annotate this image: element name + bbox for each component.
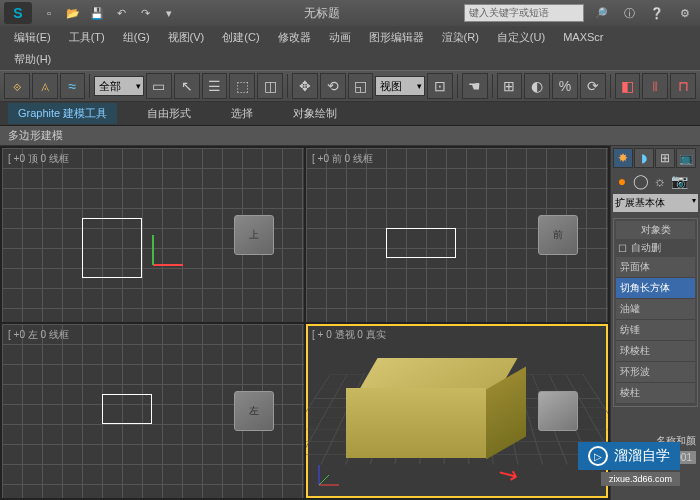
viewport-left[interactable]: [ +0 左 0 线框 左 — [2, 324, 304, 498]
ribbon-tab-object-paint[interactable]: 对象绘制 — [283, 103, 347, 124]
axis-tripod-icon — [314, 460, 344, 490]
percent-snap-icon[interactable]: % — [552, 73, 578, 99]
object-type-label: 对象类 — [616, 221, 695, 239]
menu-create[interactable]: 创建(C) — [214, 28, 267, 47]
viewcube-persp[interactable] — [538, 391, 578, 431]
obj-oiltank[interactable]: 油罐 — [616, 299, 695, 320]
autogrid-checkbox[interactable]: ☐自动删 — [616, 239, 695, 257]
lights-icon[interactable]: ☼ — [651, 172, 669, 190]
angle-snap-icon[interactable]: ◐ — [524, 73, 550, 99]
menu-group[interactable]: 组(G) — [115, 28, 158, 47]
geometry-icon[interactable]: ● — [613, 172, 631, 190]
viewport-front[interactable]: [ +0 前 0 线框 前 — [306, 148, 608, 322]
selection-box — [82, 218, 142, 278]
menu-maxscript[interactable]: MAXScr — [555, 29, 611, 45]
ribbon-tab-freeform[interactable]: 自由形式 — [137, 103, 201, 124]
create-tab-icon[interactable]: ✸ — [613, 148, 633, 168]
spinner-snap-icon[interactable]: ⟳ — [580, 73, 606, 99]
viewcube-top[interactable]: 上 — [234, 215, 274, 255]
snap-icon[interactable]: ⊞ — [497, 73, 523, 99]
undo-icon[interactable]: ↶ — [110, 3, 132, 23]
redo-icon[interactable]: ↷ — [134, 3, 156, 23]
obj-gengon[interactable]: 球棱柱 — [616, 341, 695, 362]
menu-edit[interactable]: 编辑(E) — [6, 28, 59, 47]
menu-view[interactable]: 视图(V) — [160, 28, 213, 47]
scale-icon[interactable]: ◱ — [348, 73, 374, 99]
align-icon[interactable]: ⫴ — [642, 73, 668, 99]
bind-icon[interactable]: ≈ — [60, 73, 86, 99]
play-icon: ▷ — [588, 446, 608, 466]
selection-filter-dropdown[interactable]: 全部 — [94, 76, 144, 96]
category-dropdown[interactable]: 扩展基本体 — [613, 194, 698, 212]
binoculars-icon[interactable]: 🔎 — [590, 3, 612, 23]
search-input[interactable]: 键入关键字或短语 — [464, 4, 584, 22]
selection-box — [102, 394, 152, 424]
unlink-icon[interactable]: ⟑ — [32, 73, 58, 99]
menu-animation[interactable]: 动画 — [321, 28, 359, 47]
ribbon-panel-title[interactable]: 多边形建模 — [0, 126, 700, 146]
rotate-icon[interactable]: ⟲ — [320, 73, 346, 99]
obj-prism[interactable]: 棱柱 — [616, 383, 695, 404]
modify-tab-icon[interactable]: ◗ — [634, 148, 654, 168]
magnet-icon[interactable]: ⊓ — [670, 73, 696, 99]
menu-customize[interactable]: 自定义(U) — [489, 28, 553, 47]
qat-dropdown-icon[interactable]: ▾ — [158, 3, 180, 23]
viewport-perspective[interactable]: [ + 0 透视 0 真实 ↘ — [306, 324, 608, 498]
select-rect-icon[interactable]: ⬚ — [229, 73, 255, 99]
help2-icon[interactable]: ❔ — [646, 3, 668, 23]
vp-label-left: [ +0 左 0 线框 — [8, 328, 69, 342]
menu-help[interactable]: 帮助(H) — [6, 50, 59, 69]
ref-coord-dropdown[interactable]: 视图 — [375, 76, 425, 96]
window-title: 无标题 — [186, 5, 458, 22]
obj-ringwave[interactable]: 环形波 — [616, 362, 695, 383]
cameras-icon[interactable]: 📷 — [670, 172, 688, 190]
ribbon-tab-graphite[interactable]: Graphite 建模工具 — [8, 103, 117, 124]
menu-tools[interactable]: 工具(T) — [61, 28, 113, 47]
new-icon[interactable]: ▫ — [38, 3, 60, 23]
help3-icon[interactable]: ⚙ — [674, 3, 696, 23]
link-icon[interactable]: ⟐ — [4, 73, 30, 99]
manipulate-icon[interactable]: ☚ — [462, 73, 488, 99]
vp-label-persp: [ + 0 透视 0 真实 — [312, 328, 386, 342]
viewcube-left[interactable]: 左 — [234, 391, 274, 431]
obj-spindle[interactable]: 纺锤 — [616, 320, 695, 341]
menu-modifiers[interactable]: 修改器 — [270, 28, 319, 47]
chamfer-box-object[interactable] — [336, 358, 516, 458]
help1-icon[interactable]: ⓘ — [618, 3, 640, 23]
save-icon[interactable]: 💾 — [86, 3, 108, 23]
obj-chamferbox[interactable]: 切角长方体 — [616, 278, 695, 299]
selection-box — [386, 228, 456, 258]
menu-rendering[interactable]: 渲染(R) — [434, 28, 487, 47]
watermark-logo: ▷ 溜溜自学 — [578, 442, 680, 470]
svg-line-4 — [319, 475, 329, 485]
pivot-icon[interactable]: ⊡ — [427, 73, 453, 99]
viewport-top[interactable]: [ +0 顶 0 线框 上 — [2, 148, 304, 322]
shapes-icon[interactable]: ◯ — [632, 172, 650, 190]
app-icon[interactable]: S — [4, 2, 32, 24]
open-icon[interactable]: 📂 — [62, 3, 84, 23]
move-icon[interactable]: ✥ — [292, 73, 318, 99]
vp-label-front: [ +0 前 0 线框 — [312, 152, 373, 166]
select-name-icon[interactable]: ☰ — [202, 73, 228, 99]
cursor-icon[interactable]: ↖ — [174, 73, 200, 99]
ribbon-tab-selection[interactable]: 选择 — [221, 103, 263, 124]
obj-hedra[interactable]: 异面体 — [616, 257, 695, 278]
select-window-icon[interactable]: ◫ — [257, 73, 283, 99]
watermark-url: zixue.3d66.com — [601, 472, 680, 486]
menu-graph-editors[interactable]: 图形编辑器 — [361, 28, 432, 47]
select-icon[interactable]: ▭ — [146, 73, 172, 99]
vp-label-top: [ +0 顶 0 线框 — [8, 152, 69, 166]
mirror-icon[interactable]: ◧ — [615, 73, 641, 99]
display-tab-icon[interactable]: 📺 — [676, 148, 696, 168]
hierarchy-tab-icon[interactable]: ⊞ — [655, 148, 675, 168]
viewcube-front[interactable]: 前 — [538, 215, 578, 255]
